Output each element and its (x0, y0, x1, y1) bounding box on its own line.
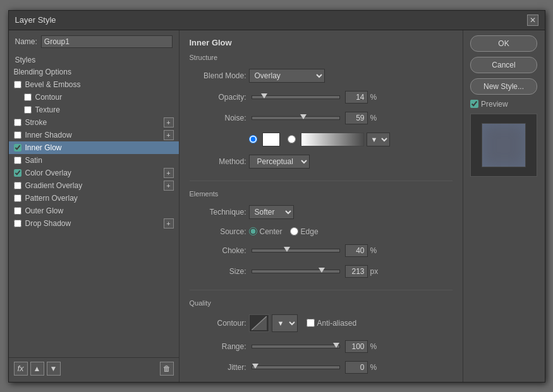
inner-shadow-label: Inner Shadow (25, 131, 72, 140)
close-button[interactable]: ✕ (527, 15, 538, 26)
choke-row: Choke: % (190, 244, 453, 257)
method-row: Method: Perceptual Linear (190, 155, 453, 169)
noise-slider-track[interactable] (252, 116, 340, 120)
contour-label: Contour: (190, 319, 246, 328)
drop-shadow-plus-button[interactable]: + (164, 218, 174, 229)
name-input[interactable] (41, 35, 173, 48)
drop-shadow-checkbox[interactable] (14, 220, 21, 227)
blend-mode-row: Blend Mode: Overlay Normal Multiply Scre… (190, 69, 453, 83)
contour-dropdown[interactable]: ▼ (272, 314, 298, 332)
sidebar-item-contour[interactable]: Contour (9, 91, 179, 104)
inner-shadow-checkbox[interactable] (14, 131, 21, 139)
range-slider-thumb[interactable] (333, 343, 339, 348)
cancel-button[interactable]: Cancel (470, 57, 537, 73)
name-row: Name: (9, 30, 179, 53)
satin-checkbox[interactable] (14, 157, 21, 164)
blend-mode-select[interactable]: Overlay Normal Multiply Screen (249, 69, 325, 83)
choke-slider-track[interactable] (252, 249, 340, 252)
outer-glow-checkbox[interactable] (14, 207, 21, 215)
stroke-plus-button[interactable]: + (164, 117, 174, 128)
noise-label: Noise: (190, 114, 246, 122)
source-edge-radio[interactable] (290, 227, 298, 235)
color-overlay-checkbox[interactable] (14, 169, 21, 177)
sidebar-item-inner-shadow[interactable]: Inner Shadow + (9, 129, 179, 141)
title-bar: Layer Style ✕ (9, 11, 545, 30)
bevel-emboss-checkbox[interactable] (14, 81, 21, 88)
technique-select[interactable]: Softer Precise (249, 205, 294, 219)
solid-color-radio[interactable] (249, 135, 257, 143)
size-input[interactable] (345, 265, 368, 278)
choke-unit: % (370, 246, 383, 255)
choke-slider-thumb[interactable] (284, 247, 290, 252)
gradient-radio[interactable] (288, 135, 296, 143)
source-center-radio[interactable] (249, 227, 257, 235)
technique-label: Technique: (190, 208, 246, 217)
anti-aliased-label[interactable]: Anti-aliased (307, 319, 357, 328)
sidebar-item-color-overlay[interactable]: Color Overlay + (9, 167, 179, 179)
preview-label[interactable]: Preview (470, 100, 537, 109)
opacity-slider-thumb[interactable] (261, 93, 267, 98)
contour-row: Contour: ▼ Anti-aliased (190, 314, 453, 332)
choke-label: Choke: (190, 246, 246, 255)
anti-aliased-checkbox[interactable] (307, 319, 315, 327)
technique-row: Technique: Softer Precise (190, 205, 453, 219)
method-select[interactable]: Perceptual Linear (249, 155, 310, 169)
color-swatch[interactable] (262, 133, 280, 146)
size-slider-thumb[interactable] (319, 268, 325, 273)
jitter-slider-thumb[interactable] (252, 364, 258, 369)
sidebar-item-pattern-overlay[interactable]: Pattern Overlay (9, 192, 179, 205)
source-edge-label[interactable]: Edge (290, 227, 319, 236)
sidebar-item-satin[interactable]: Satin (9, 154, 179, 167)
new-style-button[interactable]: New Style... (470, 78, 537, 95)
contour-checkbox[interactable] (24, 93, 32, 101)
sidebar-item-inner-glow[interactable]: Inner Glow (9, 141, 179, 154)
delete-button[interactable]: 🗑 (160, 362, 174, 376)
outer-glow-label: Outer Glow (25, 206, 64, 215)
opacity-input[interactable] (345, 91, 368, 104)
sidebar-item-bevel-emboss[interactable]: Bevel & Emboss (9, 78, 179, 91)
source-center-text: Center (260, 227, 283, 236)
ok-button[interactable]: OK (470, 35, 537, 52)
jitter-label: Jitter: (190, 363, 246, 372)
noise-slider-thumb[interactable] (300, 114, 307, 119)
sidebar-item-outer-glow[interactable]: Outer Glow (9, 205, 179, 217)
opacity-slider-track[interactable] (252, 95, 340, 99)
texture-checkbox[interactable] (24, 106, 32, 114)
inner-shadow-plus-button[interactable]: + (164, 130, 174, 140)
pattern-overlay-checkbox[interactable] (14, 194, 21, 202)
gradient-swatch[interactable] (301, 133, 364, 146)
stroke-checkbox[interactable] (14, 119, 21, 126)
texture-label: Texture (35, 105, 60, 114)
dialog-title: Layer Style (15, 15, 56, 25)
noise-input[interactable] (345, 112, 368, 124)
gradient-overlay-checkbox[interactable] (14, 182, 21, 189)
contour-preview[interactable] (249, 314, 269, 332)
gradient-overlay-label: Gradient Overlay (25, 181, 83, 190)
preview-checkbox[interactable] (470, 100, 478, 108)
preview-box (470, 114, 537, 177)
sidebar-item-blending-options[interactable]: Blending Options (9, 66, 179, 78)
choke-input[interactable] (345, 244, 368, 257)
jitter-slider-track[interactable] (252, 365, 340, 369)
gradient-arrow[interactable]: ▼ (367, 133, 390, 146)
gradient-overlay-plus-button[interactable]: + (164, 181, 174, 191)
color-row: ▼ (190, 133, 453, 146)
pattern-overlay-label: Pattern Overlay (25, 194, 78, 203)
jitter-unit: % (370, 363, 383, 372)
jitter-input[interactable] (345, 361, 368, 374)
sidebar-item-texture[interactable]: Texture (9, 104, 179, 116)
move-up-button[interactable]: ▲ (30, 362, 44, 376)
noise-unit: % (370, 114, 383, 122)
opacity-label: Opacity: (190, 93, 246, 102)
source-center-label[interactable]: Center (249, 227, 283, 236)
inner-glow-checkbox[interactable] (14, 144, 21, 151)
sidebar-item-gradient-overlay[interactable]: Gradient Overlay + (9, 179, 179, 192)
sidebar-item-stroke[interactable]: Stroke + (9, 116, 179, 129)
color-overlay-plus-button[interactable]: + (164, 168, 174, 178)
move-down-button[interactable]: ▼ (47, 362, 61, 376)
sidebar-item-drop-shadow[interactable]: Drop Shadow + (9, 217, 179, 230)
range-slider-track[interactable] (252, 345, 340, 348)
range-input[interactable] (345, 340, 368, 353)
fx-button[interactable]: fx (14, 362, 28, 376)
size-slider-track[interactable] (252, 270, 340, 273)
